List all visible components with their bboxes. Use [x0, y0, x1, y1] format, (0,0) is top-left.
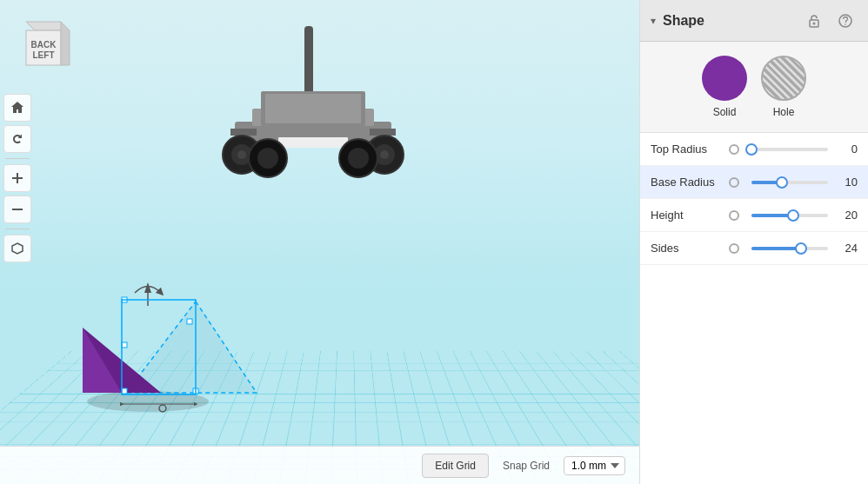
- svg-rect-34: [122, 342, 127, 348]
- properties-panel: Top Radius 0 Base Radius 10 Height: [640, 132, 868, 484]
- height-track[interactable]: [751, 214, 828, 217]
- height-label: Height: [651, 209, 729, 222]
- svg-point-19: [257, 148, 278, 169]
- svg-rect-11: [370, 129, 396, 136]
- edit-grid-button[interactable]: Edit Grid: [422, 454, 489, 478]
- solid-label: Solid: [713, 106, 737, 118]
- top-radius-indicator: [729, 144, 739, 155]
- toolbar-divider-2: [5, 229, 30, 229]
- sides-row: Sides 24: [640, 232, 868, 265]
- height-value: 20: [833, 209, 858, 222]
- toolbar-divider-1: [5, 158, 30, 159]
- svg-point-17: [380, 150, 389, 159]
- right-panel: ▾ Shape Solid Hole: [639, 0, 868, 484]
- hole-circle: [761, 56, 806, 101]
- svg-point-41: [845, 23, 846, 25]
- svg-rect-31: [187, 319, 192, 324]
- view-mode-button[interactable]: [3, 235, 31, 262]
- solid-circle: [702, 56, 747, 101]
- home-button[interactable]: [3, 94, 31, 122]
- base-radius-value: 10: [833, 176, 858, 189]
- sides-thumb[interactable]: [795, 242, 807, 255]
- panel-header: ▾ Shape: [640, 0, 868, 42]
- svg-rect-9: [278, 137, 348, 148]
- rotate-button[interactable]: [3, 125, 31, 153]
- sides-track[interactable]: [751, 247, 828, 250]
- sides-label: Sides: [651, 242, 729, 255]
- svg-point-21: [348, 148, 369, 169]
- svg-marker-5: [12, 243, 23, 254]
- snap-grid-select[interactable]: 0.1 mm 0.5 mm 1.0 mm 2.0 mm 5.0 mm: [564, 456, 625, 475]
- height-row: Height 20: [640, 199, 868, 232]
- height-indicator: [729, 210, 739, 221]
- svg-point-39: [813, 22, 816, 24]
- top-radius-track[interactable]: [751, 148, 828, 151]
- help-button[interactable]: [833, 9, 858, 33]
- top-radius-label: Top Radius: [651, 143, 729, 156]
- hole-option[interactable]: Hole: [761, 56, 806, 118]
- sides-value: 24: [833, 242, 858, 255]
- base-radius-indicator: [729, 177, 739, 188]
- cone-model: [35, 258, 209, 397]
- collapse-icon[interactable]: ▾: [651, 15, 656, 27]
- base-radius-thumb[interactable]: [776, 176, 788, 189]
- svg-marker-2: [61, 22, 70, 65]
- cube-navigator[interactable]: BACK LEFT: [9, 9, 71, 71]
- top-radius-thumb[interactable]: [745, 143, 758, 156]
- lock-button[interactable]: [802, 9, 826, 33]
- svg-text:BACK: BACK: [31, 40, 57, 50]
- panel-title: Shape: [663, 13, 795, 29]
- svg-marker-25: [126, 302, 257, 393]
- svg-text:LEFT: LEFT: [33, 50, 55, 60]
- zoom-in-button[interactable]: [3, 164, 31, 192]
- 3d-viewport[interactable]: BACK LEFT: [0, 0, 639, 484]
- svg-rect-23: [265, 94, 361, 123]
- svg-rect-33: [122, 388, 127, 394]
- sides-indicator: [729, 243, 739, 254]
- base-radius-track[interactable]: [751, 181, 828, 184]
- top-radius-row: Top Radius 0: [640, 133, 868, 166]
- base-radius-label: Base Radius: [651, 176, 729, 189]
- robot-model: [191, 26, 435, 217]
- svg-rect-10: [230, 129, 257, 136]
- shape-type-selector: Solid Hole: [640, 42, 868, 132]
- snap-grid-label: Snap Grid: [503, 460, 550, 472]
- svg-marker-29: [144, 282, 151, 293]
- zoom-out-button[interactable]: [3, 196, 31, 223]
- left-toolbar: [0, 87, 35, 269]
- hole-label: Hole: [773, 106, 795, 118]
- svg-point-14: [237, 150, 246, 159]
- sides-fill: [751, 247, 801, 250]
- top-radius-value: 0: [833, 143, 858, 156]
- solid-option[interactable]: Solid: [702, 56, 747, 118]
- bottom-bar: Edit Grid Snap Grid 0.1 mm 0.5 mm 1.0 mm…: [0, 446, 639, 484]
- height-thumb[interactable]: [787, 209, 799, 222]
- base-radius-row: Base Radius 10: [640, 166, 868, 199]
